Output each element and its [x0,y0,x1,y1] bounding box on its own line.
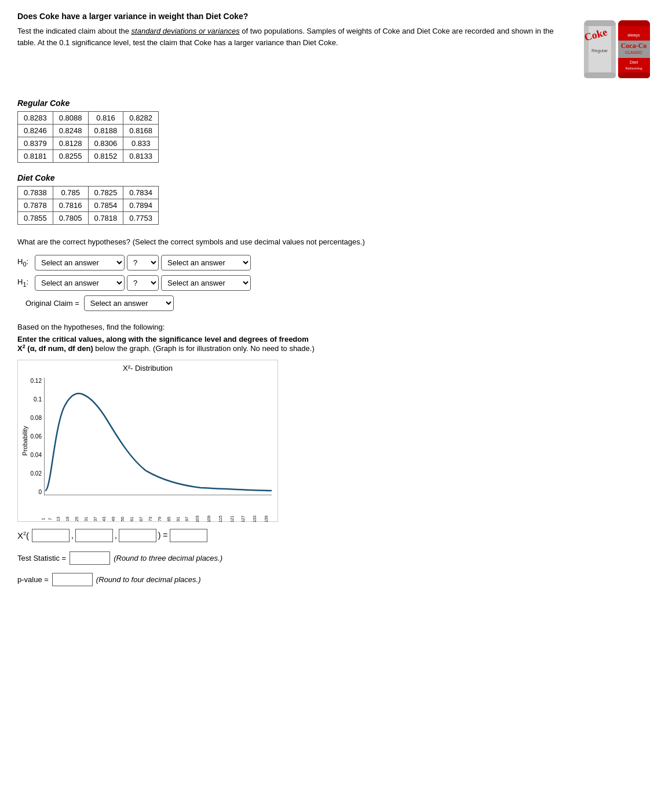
coke-cans: Coke Regular always Coca-Co CLASSIC Diet… [584,20,650,78]
x2-comma-2: , [115,531,117,540]
table-cell: 0.8306 [88,137,123,150]
y-ticks: 0.12 0.1 0.08 0.06 0.04 0.02 0 [18,378,44,495]
regular-coke-label: Regular Coke [17,98,655,108]
table-cell: 0.7854 [88,199,123,212]
table-cell: 0.8181 [18,150,53,163]
table-cell: 0.8255 [53,150,88,163]
table-cell: 0.8283 [18,112,53,125]
chi-curve-svg [44,378,272,495]
h0-select-answer-2[interactable]: Select an answer σ²₁σ²₂μ₁μ₂ [161,255,251,271]
h1-select-symbol[interactable]: ?=≠<>≤≥ [127,275,159,291]
table-cell: 0.833 [123,137,159,150]
table-cell: 0.8133 [123,150,159,163]
page-title: Does Coke have a larger variance in weig… [17,12,568,21]
cv-title: Enter the critical values, along with th… [17,335,655,353]
p-value-row: p-value = (Round to four decimal places.… [17,573,655,586]
coke-image: Coke Regular always Coca-Co CLASSIC Diet… [579,12,655,87]
x2-label: X2( [17,531,29,540]
svg-text:Coca-Co: Coca-Co [621,42,647,50]
table-cell: 0.8128 [53,137,88,150]
svg-rect-4 [584,20,616,26]
table-cell: 0.785 [53,187,88,199]
original-claim-row: Original Claim = Select an answer H₀H₁ [25,295,655,311]
table-cell: 0.7825 [88,187,123,199]
h1-label: H1: [17,277,35,288]
table-cell: 0.7855 [18,212,53,225]
hypotheses-section: What are the correct hypotheses? (Select… [17,236,655,311]
p-value-label: p-value = [17,575,49,584]
x2-input-dfnum[interactable] [75,529,113,542]
cv-suffix: below the graph. (Graph is for illustrat… [95,344,314,353]
table-cell: 0.8246 [18,125,53,137]
svg-rect-5 [584,72,616,78]
table-cell: 0.8152 [88,150,123,163]
h0-row: H0: Select an answer σ²₁σ²₂μ₁μ₂ ?=≠<>≤≥ … [17,255,655,271]
regular-coke-table: 0.82830.80880.8160.82820.82460.82480.818… [17,111,159,163]
svg-text:Refreshing: Refreshing [625,67,642,70]
table-cell: 0.8088 [53,112,88,125]
regular-coke-can: Coke Regular [584,20,616,78]
x2-comma-1: , [71,531,74,540]
svg-text:CLASSIC: CLASSIC [625,50,642,54]
intro-text: Test the indicated claim about the stand… [17,25,568,48]
header-text: Does Coke have a larger variance in weig… [17,12,568,48]
original-claim-select[interactable]: Select an answer H₀H₁ [84,295,174,311]
table-cell: 0.7753 [123,212,159,225]
p-value-input[interactable] [52,573,93,586]
x2-input-result[interactable] [170,529,207,542]
table-cell: 0.7834 [123,187,159,199]
x2-input-alpha[interactable] [32,529,70,542]
original-claim-label: Original Claim = [25,299,79,308]
x2-input-dfden[interactable] [119,529,156,542]
graph-title: X²- Distribution [18,360,277,372]
svg-text:Diet: Diet [630,60,638,65]
diet-coke-can: always Coca-Co CLASSIC Diet Refreshing [618,20,650,78]
find-section: Based on the hypotheses, find the follow… [17,323,655,353]
test-statistic-note: (Round to three decimal places.) [114,554,222,562]
h1-select-answer-2[interactable]: Select an answer σ²₁σ²₂μ₁μ₂ [161,275,251,291]
table-cell: 0.7816 [53,199,88,212]
svg-rect-13 [618,20,650,26]
x2-equals: ) = [158,531,168,540]
svg-text:Regular: Regular [591,48,608,53]
table-cell: 0.8188 [88,125,123,137]
h1-row: H1: Select an answer σ²₁σ²₂μ₁μ₂ ?=≠<>≤≥ … [17,275,655,291]
find-label: Based on the hypotheses, find the follow… [17,323,655,331]
h0-select-answer-1[interactable]: Select an answer σ²₁σ²₂μ₁μ₂ [35,255,125,271]
h0-select-symbol[interactable]: ?=≠<>≤≥ [127,255,159,271]
test-statistic-label: Test Statistic = [17,554,66,562]
table-cell: 0.7878 [18,199,53,212]
graph-area [44,378,272,495]
diet-coke-table: 0.78380.7850.78250.78340.78780.78160.785… [17,186,159,225]
table-cell: 0.8248 [53,125,88,137]
table-cell: 0.8379 [18,137,53,150]
x2-inputs-row: X2( , , ) = [17,529,655,542]
h0-label: H0: [17,257,35,268]
table-cell: 0.816 [88,112,123,125]
table-cell: 0.8282 [123,112,159,125]
header-section: Does Coke have a larger variance in weig… [17,12,655,87]
table-cell: 0.8168 [123,125,159,137]
hypotheses-question: What are the correct hypotheses? (Select… [17,236,655,248]
table-cell: 0.7894 [123,199,159,212]
table-cell: 0.7838 [18,187,53,199]
svg-text:always: always [627,33,640,38]
table-cell: 0.7805 [53,212,88,225]
chi-curve-path [45,393,272,491]
h1-select-answer-1[interactable]: Select an answer σ²₁σ²₂μ₁μ₂ [35,275,125,291]
graph-container: X²- Distribution Probability 0.12 0.1 0.… [17,360,278,522]
diet-coke-label: Diet Coke [17,173,655,182]
svg-rect-14 [618,72,650,78]
table-cell: 0.7818 [88,212,123,225]
x-ticks: 1 7 13 19 25 31 37 43 49 55 61 67 73 79 … [44,510,272,519]
test-statistic-row: Test Statistic = (Round to three decimal… [17,551,655,565]
test-statistic-input[interactable] [70,551,110,565]
p-value-note: (Round to four decimal places.) [96,575,201,584]
